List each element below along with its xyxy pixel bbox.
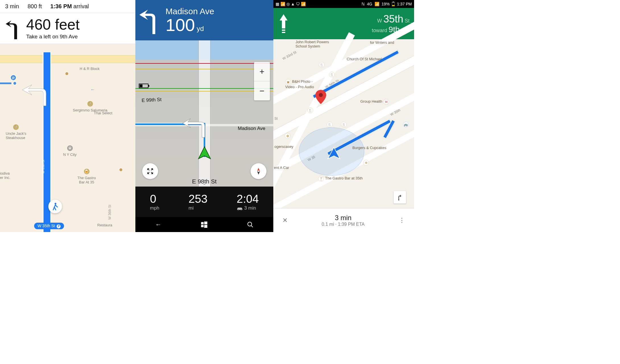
svg-rect-16	[282, 32, 285, 33]
close-button[interactable]: ✕	[277, 217, 293, 224]
clock: 1:37 PM	[397, 2, 412, 6]
svg-point-1	[55, 203, 56, 204]
map-canvas[interactable]: W 35th St W 36th St H & R Block 🍴Sergimm…	[0, 52, 135, 232]
cross-street-highlight	[0, 52, 135, 64]
walk-mode-button[interactable]	[48, 200, 62, 213]
network-label: 4G	[367, 2, 372, 6]
svg-point-18	[398, 199, 399, 200]
zoom-out-button[interactable]: −	[254, 81, 270, 100]
poi-hr-block: H & R Block	[80, 67, 100, 71]
poi-gastro: 🍸The Gastro Bar at 35th	[318, 176, 363, 181]
svg-rect-15	[282, 30, 285, 31]
traffic-dot-icon	[65, 72, 68, 75]
eta-sub: 0.1 mi · 1:39 PM ETA	[293, 222, 394, 227]
street-label-madison: Madison Ave	[238, 126, 265, 131]
restaurant-icon: 🍴	[319, 62, 326, 68]
svg-rect-8	[204, 222, 207, 224]
street-label-e99: E 99th St	[142, 97, 162, 104]
road-vertical	[199, 40, 210, 187]
eta-time: 3 min	[293, 214, 394, 222]
zoom-in-button[interactable]: +	[254, 62, 270, 81]
shop-icon: ✿	[285, 133, 292, 139]
traffic-line-green	[135, 88, 273, 89]
android-status-bar: ▦ 📶 ◎ ▲ 🗨 📶 ℕ 4G 📶 19% 1:37 PM	[273, 0, 414, 8]
back-button[interactable]: ←	[155, 221, 162, 228]
svg-point-6	[241, 209, 242, 210]
poi-thai: Thai Select	[94, 111, 112, 115]
compass-button[interactable]	[251, 163, 266, 179]
direction-banner[interactable]: Madison Ave 100yd	[135, 0, 273, 40]
battery-percent: 19%	[382, 2, 390, 6]
poi-godiva: iodiva er Inc.	[0, 171, 10, 180]
svg-point-17	[319, 93, 323, 97]
expand-icon	[147, 168, 154, 175]
poi-jacks: 🍴Uncle Jack's Steakhouse	[6, 124, 26, 140]
poi-restaurant: Restaura	[97, 223, 112, 227]
you-heading-icon	[0, 81, 18, 85]
map-canvas[interactable]: W 33rd St W 34th St W 35th W 35 St John …	[273, 39, 414, 208]
battery-icon	[392, 2, 395, 6]
status-left-icons: ▦ 📶 ◎ ▲ 🗨 📶	[276, 2, 306, 6]
poi-gastro: 🍺The Gastro Bar At 35	[77, 168, 96, 184]
landmark-icon: 🏛	[67, 145, 73, 151]
zoom-control: + −	[254, 62, 270, 100]
svg-rect-7	[201, 222, 204, 224]
arrival-time: 1:36 PM	[50, 3, 72, 9]
restaurant-icon: 🍴	[327, 122, 334, 127]
trip-stats-bar[interactable]: ⌃ 0mph 253mi 2:04 3 min	[135, 187, 273, 217]
traffic-direction-icon: ←	[90, 87, 95, 92]
shop-icon: ▣	[285, 79, 291, 85]
windows-start-button[interactable]	[201, 222, 207, 228]
straight-arrow-icon	[278, 13, 289, 34]
traffic-line-yellow	[135, 91, 273, 92]
options-button[interactable]: ⋮	[394, 217, 410, 224]
svg-rect-9	[201, 225, 204, 227]
street-label-36: W 36th St	[108, 205, 112, 220]
svg-rect-13	[393, 2, 394, 2]
traffic-line-yellow	[135, 69, 273, 69]
poi-writers: for Writers and	[370, 40, 394, 45]
route-preview-button[interactable]	[394, 191, 406, 204]
restaurant-icon: 🍴	[329, 72, 336, 77]
map-canvas[interactable]: E 99th St Madison Ave E 98th St + −	[135, 40, 273, 187]
apple-maps-panel: 3 min 800 ft 1:36 PM arrival 460 feet Ta…	[0, 0, 135, 232]
traffic-line-red	[135, 63, 273, 64]
instruction-text: Take a left on 9th Ave	[26, 34, 80, 40]
current-street-tag: W 35th StP	[34, 223, 64, 229]
summary-bar: 3 min 800 ft 1:36 PM arrival	[0, 0, 135, 13]
distance-unit: yd	[197, 25, 204, 32]
vehicle-cursor-icon	[197, 146, 212, 161]
svg-rect-3	[148, 85, 149, 87]
restaurant-icon: 🍴	[13, 124, 19, 130]
overview-button[interactable]	[142, 163, 158, 179]
next-street: Madison Ave	[166, 7, 214, 16]
vehicle-cursor-icon	[327, 146, 341, 160]
svg-rect-4	[140, 84, 142, 87]
poi-powers: John Robert Powers School System	[295, 40, 329, 48]
parking-badge-icon: P	[57, 224, 61, 228]
shop-icon: ⊕	[363, 160, 370, 166]
car-icon	[237, 206, 243, 210]
bar-icon: 🍸	[318, 176, 324, 181]
hospital-icon: H	[383, 99, 389, 105]
poi-stmichael: Church Of St Michael	[347, 57, 382, 61]
restaurant-icon: 🍴	[87, 101, 93, 107]
svg-rect-14	[392, 5, 394, 6]
instruction-distance: 460 feet	[26, 17, 80, 32]
poi-group: Group Health H	[360, 99, 390, 105]
trip-summary[interactable]: 3 min 0.1 mi · 1:39 PM ETA	[293, 214, 394, 227]
trip-footer: ✕ 3 min 0.1 mi · 1:39 PM ETA ⋮	[273, 208, 414, 232]
distance-value: 100	[166, 15, 195, 35]
svg-point-5	[238, 209, 239, 210]
pedestrian-icon	[52, 202, 59, 210]
street-label-35: W 35th St	[42, 160, 45, 173]
turn-left-icon	[137, 5, 166, 36]
route-alt-icon	[397, 194, 403, 200]
direction-banner[interactable]: 460 feet Take a left on 9th Ave	[0, 13, 135, 44]
poi-rogers: ogerscasey	[274, 144, 293, 149]
poi-sergimmo: 🍴Sergimmo Salumeria	[73, 101, 107, 112]
svg-rect-10	[204, 225, 207, 228]
restaurant-icon: 🍴	[341, 122, 348, 127]
search-button[interactable]	[247, 222, 253, 228]
nfc-icon: ℕ	[361, 2, 365, 6]
